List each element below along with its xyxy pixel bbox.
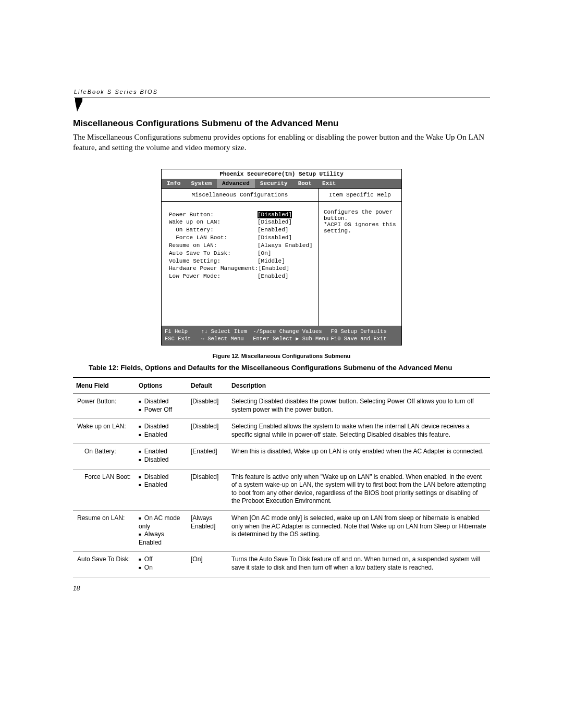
option-item: Disabled [139, 473, 185, 482]
cell-description: Selecting Enabled allows the system to w… [228, 419, 490, 444]
table-row: Power Button:DisabledPower Off[Disabled]… [73, 394, 490, 419]
bios-tab-info: Info [162, 179, 186, 188]
table-row: Wake up on LAN:DisabledEnabled[Disabled]… [73, 419, 490, 444]
cell-default: [Disabled] [188, 394, 228, 419]
bios-footer-hint: F1 Help [165, 328, 201, 335]
table-header: Default [188, 377, 228, 394]
bios-setting-row: Volume Setting:[Middle] [169, 257, 313, 265]
cell-menu-field: Force LAN Boot: [73, 469, 136, 510]
bios-setting-row: Resume on LAN:[Always Enabled] [169, 242, 313, 250]
cell-description: When this is disabled, Wake up on LAN is… [228, 444, 490, 469]
bios-footer: F1 Help↑↓ Select Item-/Space Change Valu… [162, 326, 401, 345]
cell-description: Selecting Disabled disables the power bu… [228, 394, 490, 419]
table-row: Force LAN Boot:DisabledEnabled[Disabled]… [73, 469, 490, 510]
table-header: Menu Field [73, 377, 136, 394]
bios-setting-label: Hardware Power Management: [169, 265, 259, 273]
page-number: 18 [73, 585, 490, 592]
bios-setting-row: Power Button:[Disabled] [169, 211, 313, 219]
bios-tab-exit: Exit [317, 179, 341, 188]
cell-default: [On] [188, 552, 228, 577]
table-row: On Battery:EnabledDisabled[Enabled]When … [73, 444, 490, 469]
cell-description: When [On AC mode only] is selected, wake… [228, 511, 490, 552]
cell-options: DisabledEnabled [136, 469, 188, 510]
table-header: Options [136, 377, 188, 394]
bios-setting-row: Force LAN Boot:[Disabled] [169, 234, 313, 242]
bios-setting-row: On Battery:[Enabled] [169, 226, 313, 234]
option-item: Disabled [139, 423, 185, 431]
option-item: Disabled [139, 398, 185, 406]
option-item: Always Enabled [139, 530, 185, 547]
option-item: Disabled [139, 456, 185, 464]
options-table: Menu FieldOptionsDefaultDescription Powe… [73, 377, 490, 577]
bios-setting-row: Auto Save To Disk:[On] [169, 250, 313, 257]
bios-footer-hint: F9 Setup Defaults [331, 328, 398, 335]
bios-setting-value: [Enabled] [258, 226, 288, 234]
bios-setting-row: Hardware Power Management:[Enabled] [169, 265, 313, 273]
cell-options: DisabledPower Off [136, 394, 188, 419]
bios-setting-value: [Disabled] [258, 211, 292, 219]
option-item: Off [139, 556, 185, 564]
bios-tab-security: Security [255, 179, 293, 188]
bios-help-text: Configures the powerbutton.*ACPI OS igno… [319, 202, 401, 234]
bios-help-line: button. [324, 215, 396, 221]
cell-default: [Disabled] [188, 419, 228, 444]
cell-options: DisabledEnabled [136, 419, 188, 444]
bios-tab-advanced: Advanced [217, 179, 255, 188]
bios-tab-boot: Boot [293, 179, 317, 188]
cell-menu-field: Wake up on LAN: [73, 419, 136, 444]
section-title: Miscellaneous Configurations Submenu of … [73, 118, 490, 129]
bios-setting-label: Power Button: [169, 211, 258, 219]
bios-setting-value: [Enabled] [258, 273, 288, 280]
option-item: Power Off [139, 406, 185, 414]
bios-setting-label: Low Power Mode: [169, 273, 258, 280]
bios-setting-label: On Battery: [169, 226, 258, 234]
corner-mark-icon [75, 98, 85, 112]
bios-footer-hint: ↔ Select Menu [201, 335, 253, 342]
bios-setting-label: Volume Setting: [169, 257, 258, 265]
cell-menu-field: On Battery: [73, 444, 136, 469]
cell-default: [Enabled] [188, 444, 228, 469]
bios-setting-value: [Enabled] [259, 265, 289, 273]
bios-setting-value: [Disabled] [258, 218, 292, 226]
bios-setting-row: Low Power Mode:[Enabled] [169, 273, 313, 280]
bios-help-line: Configures the power [324, 209, 396, 215]
bios-footer-hint: -/Space Change Values [253, 328, 331, 335]
bios-setting-label: Wake up on LAN: [169, 218, 258, 226]
intro-text: The Miscellaneous Configurations submenu… [73, 132, 490, 153]
cell-options: EnabledDisabled [136, 444, 188, 469]
cell-options: On AC mode onlyAlways Enabled [136, 511, 188, 552]
option-item: Enabled [139, 481, 185, 489]
option-item: Enabled [139, 431, 185, 439]
bios-footer-hint: Enter Select ▶ Sub-Menu [253, 335, 331, 342]
bios-setting-value: [Always Enabled] [258, 242, 313, 250]
cell-default: [Always Enabled] [188, 511, 228, 552]
option-item: Enabled [139, 448, 185, 456]
table-header: Description [228, 377, 490, 394]
figure-caption: Figure 12. Miscellaneous Configurations … [73, 353, 490, 359]
option-item: On [139, 564, 185, 572]
bios-setting-row: Wake up on LAN:[Disabled] [169, 218, 313, 226]
bios-settings-list: Power Button:[Disabled]Wake up on LAN:[D… [162, 202, 318, 326]
bios-setting-value: [Middle] [258, 257, 285, 265]
bios-tab-system: System [186, 179, 217, 188]
running-header: LifeBook S Series BIOS [74, 89, 490, 97]
bios-help-line: *ACPI OS ignores this [324, 221, 396, 228]
table-row: Resume on LAN:On AC mode onlyAlways Enab… [73, 511, 490, 552]
cell-menu-field: Power Button: [73, 394, 136, 419]
cell-default: [Disabled] [188, 469, 228, 510]
bios-title: Phoenix SecureCore(tm) Setup Utility [162, 169, 401, 179]
bios-setting-label: Force LAN Boot: [169, 234, 258, 242]
table-title: Table 12: Fields, Options and Defaults f… [89, 363, 474, 373]
bios-tab-bar: InfoSystemAdvancedSecurityBootExit [162, 179, 401, 188]
bios-footer-hint: ↑↓ Select Item [201, 328, 253, 335]
bios-submenu-title: Miscellaneous Configurations [162, 189, 318, 202]
bios-setting-value: [On] [258, 250, 271, 257]
cell-description: Turns the Auto Save To Disk feature off … [228, 552, 490, 577]
cell-menu-field: Resume on LAN: [73, 511, 136, 552]
cell-menu-field: Auto Save To Disk: [73, 552, 136, 577]
bios-footer-hint: ESC Exit [165, 335, 201, 342]
bios-footer-hint: F10 Save and Exit [331, 335, 398, 342]
bios-panel-title: Item Specific Help [319, 189, 401, 202]
bios-setting-label: Auto Save To Disk: [169, 250, 258, 257]
cell-description: This feature is active only when "Wake u… [228, 469, 490, 510]
